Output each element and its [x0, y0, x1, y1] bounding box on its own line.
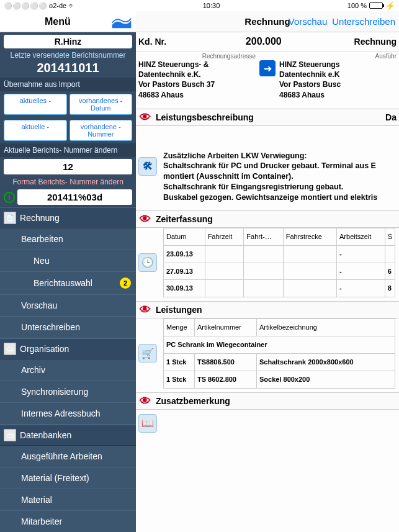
description-block: 👁 Leistungsbeschreibung Da 🛠 Zusätzliche…	[136, 109, 399, 207]
import-existing-date-button[interactable]: vorhandenes - Datum	[69, 94, 133, 115]
kd-label: Kd. Nr.	[138, 37, 173, 47]
nav-tree: 📄 Rechnung Bearbeiten Neu Berichtauswahl…	[0, 207, 136, 532]
nav-item-mitarbeiter[interactable]: Mitarbeiter	[0, 511, 136, 532]
preview-button[interactable]: Vorschau	[289, 16, 328, 27]
nav-item-vorschau[interactable]: Vorschau	[0, 295, 136, 317]
nav-item-sync[interactable]: Synchronisierung	[0, 381, 136, 403]
billing-address[interactable]: HINZ Steuerungs- & Datentechnik e.K. Vor…	[138, 60, 256, 100]
extra-head: Zusatzbemerkung	[156, 396, 230, 406]
sidebar: Menü R.Hinz Letzte versendete Berichtsnu…	[0, 11, 136, 532]
services-block: 👁 Leistungen 🛒 Menge Artikelnummer Artik…	[136, 301, 399, 388]
import-caption: Übernahme aus Import	[0, 78, 136, 91]
table-row: PC Schrank im Wiegecontainer	[164, 336, 395, 354]
page-title: Rechnung	[244, 16, 290, 27]
table-row: 1 StckTS 8602.800Sockel 800x200	[164, 371, 395, 388]
import-current-date-button[interactable]: aktuelles -	[4, 94, 67, 115]
time-block: 👁 Zeiterfassung 🕒 DatumFahrzeit Fahrt-…F…	[136, 210, 399, 297]
logo-icon	[111, 14, 132, 29]
last-sent-number: 201411011	[0, 61, 136, 78]
last-sent-caption: Letzte versendete Berichtsnummer	[0, 50, 136, 61]
battery-icon	[369, 2, 383, 9]
battery-status: 100 % ⚡	[347, 1, 395, 11]
nav-item-material-freitext[interactable]: Material (Freitext)	[0, 467, 136, 489]
rechnung-label: Rechnung	[354, 37, 397, 47]
main-panel: Rechnung Vorschau Unterschreiben Kd. Nr.…	[136, 11, 399, 532]
eye-icon[interactable]: 👁	[140, 112, 151, 123]
clock-icon[interactable]: 🕒	[138, 253, 157, 272]
nav-group-rechnung[interactable]: 📄 Rechnung	[0, 207, 136, 228]
copy-address-icon[interactable]: ➔	[259, 60, 276, 76]
nav-item-neu[interactable]: Neu	[0, 250, 136, 272]
format-caption: Format Berichts- Nummer ändern	[0, 176, 136, 187]
report-number-format[interactable]: 201411%03d	[17, 189, 132, 205]
import-current-number-button[interactable]: aktuelle -	[4, 120, 67, 141]
exec-address[interactable]: HINZ Steuerungs Datentechnik e.K Vor Pas…	[279, 60, 397, 100]
table-row: 30.09.13-8	[164, 280, 395, 297]
change-number-caption: Aktuelle Berichts- Nummer ändern	[0, 143, 136, 157]
clock: 10:30	[203, 2, 220, 9]
customer-row: Kd. Nr. 200.000 Rechnung	[136, 32, 399, 52]
info-icon[interactable]: i	[4, 192, 15, 203]
table-row: 1 StckTS8806.500Schaltschrank 2000x800x6…	[164, 353, 395, 371]
org-icon: 🗂	[4, 343, 16, 355]
eye-icon[interactable]: 👁	[140, 304, 151, 315]
menu-title: Menü	[45, 16, 71, 27]
table-row: 27.09.13-6	[164, 263, 395, 280]
description-head: Leistungsbeschreibung	[156, 112, 254, 122]
nav-item-bearbeiten[interactable]: Bearbeiten	[0, 228, 136, 250]
time-table[interactable]: DatumFahrzeit Fahrt-…Fahrstrecke Arbeits…	[163, 228, 395, 297]
current-report-number[interactable]: 12	[4, 159, 132, 174]
book-icon[interactable]: 📖	[138, 414, 157, 433]
description-head-right: Da	[385, 112, 397, 122]
time-head: Zeiterfassung	[156, 214, 213, 224]
nav-item-adressbuch[interactable]: Internes Adressbuch	[0, 403, 136, 425]
address-row: Rechnungsadresse HINZ Steuerungs- & Date…	[136, 52, 399, 105]
cart-icon[interactable]: 🛒	[138, 344, 157, 363]
services-head: Leistungen	[156, 305, 202, 315]
nav-item-material[interactable]: Material	[0, 489, 136, 511]
nav-item-archiv[interactable]: Archiv	[0, 359, 136, 381]
carrier: ⚪⚪⚪⚪⚪ o2-de ᯤ	[4, 2, 75, 10]
nav-group-datenbanken[interactable]: 🗃 Datenbanken	[0, 425, 136, 446]
import-existing-number-button[interactable]: vorhandene - Nummer	[69, 120, 133, 141]
status-bar: ⚪⚪⚪⚪⚪ o2-de ᯤ 10:30 100 % ⚡	[0, 0, 399, 11]
kd-number[interactable]: 200.000	[178, 36, 349, 47]
extra-block: 👁 Zusatzbemerkung 📖	[136, 392, 399, 437]
main-header: Rechnung Vorschau Unterschreiben	[136, 11, 399, 32]
description-body[interactable]: 🛠 Zusätzliche Arbeiten LKW Verwiegung: S…	[136, 126, 399, 207]
db-icon: 🗃	[4, 429, 16, 441]
user-name[interactable]: R.Hinz	[4, 35, 132, 48]
nav-item-berichtauswahl[interactable]: Berichtauswahl 2	[0, 272, 136, 295]
eye-icon[interactable]: 👁	[140, 214, 151, 225]
eye-icon[interactable]: 👁	[140, 395, 151, 407]
nav-group-organisation[interactable]: 🗂 Organisation	[0, 338, 136, 359]
nav-item-ausgefuehrte[interactable]: Ausgeführte Arbeiten	[0, 446, 136, 467]
worker-icon[interactable]: 🛠	[138, 157, 157, 176]
badge-count: 2	[120, 277, 131, 289]
billing-caption: Rechnungsadresse	[138, 53, 256, 60]
services-table[interactable]: Menge Artikelnummer Artikelbezeichnung P…	[163, 318, 395, 388]
exec-caption: Ausführ	[279, 53, 397, 60]
table-row: 23.09.13-	[164, 245, 395, 263]
nav-item-unterschreiben[interactable]: Unterschreiben	[0, 317, 136, 338]
sidebar-header: Menü	[0, 11, 136, 32]
invoice-icon: 📄	[4, 212, 16, 224]
sign-button[interactable]: Unterschreiben	[332, 16, 395, 27]
